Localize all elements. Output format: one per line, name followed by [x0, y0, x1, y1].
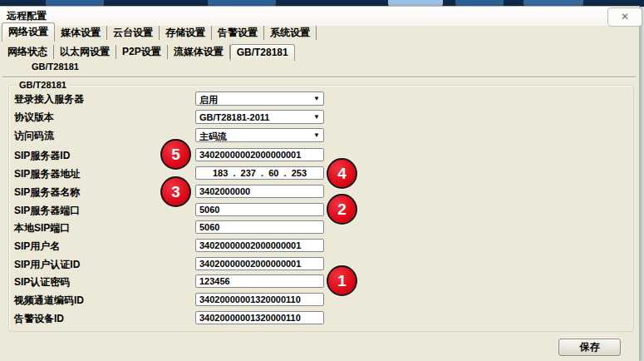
- tab-alarm-settings[interactable]: 告警设置: [212, 26, 264, 40]
- field-label: SIP用户认证ID: [14, 258, 80, 272]
- video-channel-encode-id-input[interactable]: [195, 293, 324, 306]
- annotation-badge-1: 1: [327, 265, 357, 296]
- sip-user-auth-id-input[interactable]: [195, 257, 324, 270]
- form-row: SIP服务器地址: [9, 166, 633, 181]
- select-value: 主码流: [199, 131, 227, 143]
- form-row: 协议版本 GB/T28181-2011 ▼: [9, 110, 633, 125]
- groupbox-legend: GB/T28181: [16, 80, 70, 90]
- tab-system-settings[interactable]: 系统设置: [264, 26, 317, 40]
- sip-server-name-input[interactable]: [195, 185, 324, 198]
- dropdown-arrow-icon: ▼: [313, 95, 320, 102]
- field-label: SIP服务器名称: [14, 185, 80, 200]
- field-label: SIP服务器端口: [14, 204, 80, 218]
- annotation-badge-5: 5: [160, 139, 191, 170]
- field-label: 本地SIP端口: [14, 221, 70, 235]
- annotation-badge-2: 2: [327, 194, 357, 225]
- field-label: 协议版本: [14, 111, 54, 125]
- sip-username-input[interactable]: [195, 239, 324, 252]
- screen: { "window": { "title": "远程配置", "close_la…: [0, 0, 644, 361]
- tab-network-status[interactable]: 网络状态: [2, 45, 54, 59]
- tab-media-settings[interactable]: 媒体设置: [55, 26, 107, 40]
- tab-gbt28181[interactable]: GB/T28181: [230, 44, 295, 61]
- tab-network-settings[interactable]: 网络设置: [2, 22, 55, 42]
- title-bar: 远程配置 ✕: [0, 7, 639, 26]
- annotation-badge-3: 3: [160, 176, 191, 207]
- select-value: GB/T28181-2011: [199, 112, 269, 122]
- form-row: 登录接入服务器 启用 ▼: [9, 91, 633, 106]
- form-row: SIP用户名: [9, 239, 633, 254]
- field-label: 告警设备ID: [14, 312, 64, 326]
- form-row: SIP服务器名称: [9, 185, 633, 200]
- alarm-device-id-input[interactable]: [195, 311, 324, 324]
- tab-storage-settings[interactable]: 存储设置: [160, 26, 212, 40]
- field-label: SIP用户名: [14, 240, 60, 254]
- form-row: SIP服务器ID: [9, 148, 633, 163]
- protocol-version-select[interactable]: GB/T28181-2011 ▼: [195, 110, 324, 124]
- dropdown-arrow-icon: ▼: [313, 131, 320, 139]
- annotation-badge-4: 4: [327, 158, 357, 189]
- form-row: SIP认证密码: [9, 274, 633, 289]
- gbt28181-groupbox: GB/T28181 登录接入服务器 启用 ▼ 协议版本 GB/T28181-20…: [8, 85, 634, 332]
- tab-bar-level1: 网络设置 媒体设置 云台设置 存储设置 告警设置 系统设置: [2, 26, 317, 41]
- form-row: 本地SIP端口: [9, 220, 633, 235]
- sip-server-address-input[interactable]: [195, 166, 324, 180]
- form-row: 视频通道编码ID: [9, 293, 633, 308]
- tab-ethernet-settings[interactable]: 以太网设置: [54, 45, 116, 59]
- tab-ptz-settings[interactable]: 云台设置: [107, 26, 160, 40]
- separator-line: [2, 77, 636, 78]
- page-sub-label: GB/T28181: [32, 62, 79, 72]
- login-access-server-select[interactable]: 启用 ▼: [195, 91, 324, 106]
- form-row: SIP服务器端口: [9, 203, 633, 218]
- field-label: SIP服务器地址: [14, 167, 80, 181]
- dropdown-arrow-icon: ▼: [313, 113, 320, 121]
- tab-p2p-settings[interactable]: P2P设置: [116, 45, 168, 59]
- field-label: SIP服务器ID: [14, 149, 70, 163]
- remote-config-dialog: 远程配置 ✕ 网络设置 媒体设置 云台设置 存储设置 告警设置 系统设置 网络状…: [0, 6, 640, 361]
- form-row: SIP用户认证ID: [9, 257, 633, 272]
- save-button[interactable]: 保存: [558, 339, 621, 356]
- sip-server-id-input[interactable]: [195, 148, 324, 161]
- local-sip-port-input[interactable]: [195, 220, 324, 234]
- form-row: 访问码流 主码流 ▼: [9, 128, 633, 143]
- close-button[interactable]: ✕: [607, 7, 642, 27]
- form-row: 告警设备ID: [9, 311, 633, 326]
- field-label: 访问码流: [14, 129, 54, 143]
- field-label: SIP认证密码: [14, 275, 70, 289]
- dialog-title: 远程配置: [7, 9, 47, 23]
- access-stream-select[interactable]: 主码流 ▼: [195, 128, 324, 142]
- sip-auth-password-input[interactable]: [195, 274, 324, 288]
- sip-server-port-input[interactable]: [195, 203, 324, 216]
- close-icon: ✕: [621, 11, 629, 22]
- tab-bar-level2: 网络状态 以太网设置 P2P设置 流媒体设置 GB/T28181: [2, 44, 295, 60]
- select-value: 启用: [199, 94, 218, 106]
- tab-stream-media-settings[interactable]: 流媒体设置: [168, 45, 230, 59]
- field-label: 视频通道编码ID: [14, 294, 84, 308]
- field-label: 登录接入服务器: [14, 92, 84, 106]
